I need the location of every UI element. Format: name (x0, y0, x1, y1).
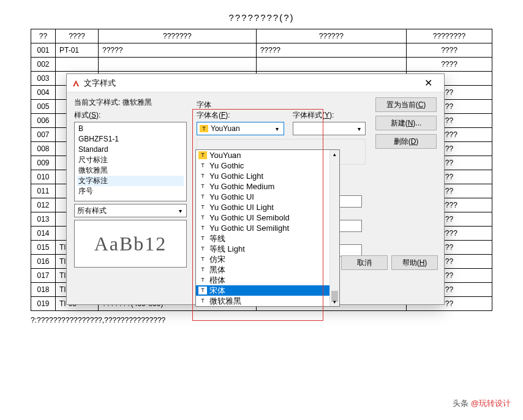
dialog-title: 文字样式 (84, 78, 416, 89)
table-header: ???? (56, 29, 99, 43)
current-style-label: 当前文字样式: 微软雅黑 (74, 97, 187, 108)
truetype-icon: T (198, 214, 207, 222)
table-header: ??????? (99, 29, 257, 43)
font-name-combo[interactable]: T YouYuan ▾ (197, 122, 284, 135)
truetype-icon: T (198, 193, 207, 201)
truetype-icon: T (198, 297, 207, 305)
font-style-label: 字体样式(Y): (293, 110, 366, 121)
style-list-item[interactable]: 序号 (77, 186, 184, 197)
font-dropdown-item[interactable]: T宋体 (196, 285, 339, 296)
autocad-app-icon (72, 79, 80, 88)
table-header: ???????? (407, 29, 492, 43)
chevron-down-icon: ▾ (354, 126, 364, 132)
font-name-label: 字体名(F): (197, 110, 284, 121)
font-dropdown-item[interactable]: TYouYuan (196, 150, 339, 160)
set-current-button[interactable]: 置为当前(C) (375, 97, 437, 112)
scroll-up-icon[interactable]: ▴ (330, 150, 339, 159)
dropdown-scrollbar[interactable]: ▴ ▾ (329, 150, 339, 306)
chevron-down-icon: ▾ (175, 205, 185, 216)
style-list-item[interactable]: 尺寸标注 (77, 155, 184, 165)
font-style-combo[interactable]: ▾ (293, 122, 366, 135)
font-dropdown-item[interactable]: T等线 Light (196, 244, 339, 254)
styles-listbox[interactable]: BGBHZFS1-1Standard尺寸标注微软雅黑文字标注序号 (74, 122, 187, 201)
delete-button[interactable]: 删除(D) (375, 134, 437, 149)
preview-box: AaBb12 (74, 220, 187, 268)
font-dropdown-item[interactable]: TYu Gothic UI (196, 192, 339, 202)
truetype-icon: T (198, 162, 207, 170)
font-dropdown-item[interactable]: T等线 (196, 233, 339, 244)
new-button[interactable]: 新建(N)... (375, 116, 437, 130)
scroll-down-icon[interactable]: ▾ (330, 298, 339, 306)
font-dropdown-item[interactable]: TYu Gothic Medium (196, 181, 339, 192)
font-dropdown-item[interactable]: T仿宋 (196, 254, 339, 264)
truetype-icon: T (198, 276, 207, 284)
font-dropdown-item[interactable]: TYu Gothic UI Semibold (196, 212, 339, 223)
help-button[interactable]: 帮助(H) (391, 255, 438, 270)
font-dropdown-item[interactable]: TYu Gothic Light (196, 171, 339, 181)
close-button[interactable]: ✕ (416, 75, 440, 92)
truetype-icon: T (198, 255, 207, 263)
watermark: 头条 @玩转设计 (453, 398, 511, 409)
dialog-titlebar[interactable]: 文字样式 ✕ (67, 74, 444, 92)
truetype-icon: T (200, 125, 208, 132)
table-header: ?? (31, 29, 56, 43)
font-dropdown-item[interactable]: TYu Gothic (196, 160, 339, 171)
style-list-item[interactable]: GBHZFS1-1 (77, 134, 184, 144)
page-title: ????????(?) (31, 12, 492, 23)
font-dropdown-item[interactable]: T微软雅黑 (196, 296, 339, 306)
truetype-icon: T (198, 287, 207, 294)
truetype-icon: T (198, 203, 207, 211)
truetype-icon: T (198, 224, 207, 232)
table-header: ?????? (256, 29, 406, 43)
font-dropdown-item[interactable]: T黑体 (196, 264, 339, 275)
style-list-item[interactable]: B (77, 124, 184, 134)
filter-dropdown[interactable]: 所有样式 ▾ (74, 204, 187, 217)
truetype-icon: T (198, 172, 207, 180)
font-dropdown-item[interactable]: TYu Gothic UI Semilight (196, 223, 339, 233)
truetype-icon: T (198, 245, 207, 253)
truetype-icon: T (198, 182, 207, 190)
truetype-icon: T (198, 234, 207, 242)
styles-label: 样式(S): (74, 110, 187, 121)
font-name-dropdown-list[interactable]: ▴ ▾ TYouYuanTYu GothicTYu Gothic LightTY… (195, 149, 340, 307)
truetype-icon: T (198, 266, 207, 274)
truetype-icon: T (198, 151, 207, 159)
font-dropdown-item[interactable]: TYu Gothic UI Light (196, 202, 339, 212)
style-list-item[interactable]: 微软雅黑 (77, 165, 184, 176)
page-note: ?:????????????????,??????????????? (31, 316, 492, 324)
table-row: 001PT-01?????????????? (31, 43, 492, 58)
font-group-label: 字体 (197, 100, 366, 110)
chevron-down-icon: ▾ (273, 126, 282, 132)
table-row: 002???? (31, 58, 492, 72)
style-list-item[interactable]: Standard (77, 144, 184, 155)
cancel-button[interactable]: 取消 (341, 255, 388, 270)
font-dropdown-item[interactable]: T楷体 (196, 275, 339, 285)
style-list-item[interactable]: 文字标注 (77, 176, 184, 186)
